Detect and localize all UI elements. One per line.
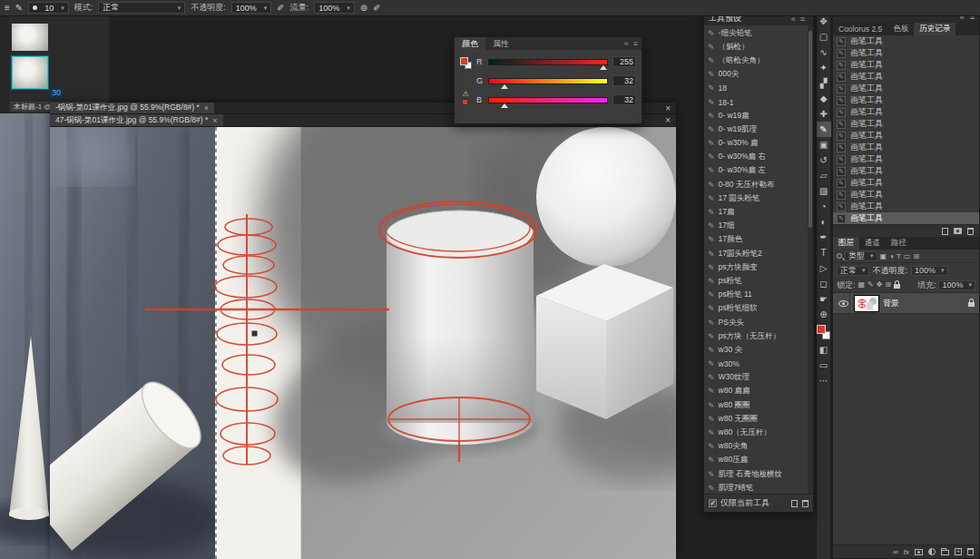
history-state-row[interactable]: 画笔工具: [833, 130, 979, 142]
tab-close-icon[interactable]: ×: [204, 103, 209, 113]
tab-close-icon[interactable]: ×: [212, 116, 217, 125]
quick-select-tool-icon[interactable]: ✦: [817, 60, 831, 75]
new-snapshot-icon[interactable]: [954, 228, 962, 234]
tool-preset-item[interactable]: （暗枪尖角）: [704, 54, 813, 67]
crop-tool-icon[interactable]: ▞: [817, 75, 831, 91]
history-state-row[interactable]: 画笔工具: [833, 153, 979, 165]
fill-select[interactable]: 100%: [938, 280, 975, 290]
history-state-row[interactable]: 画笔工具: [833, 47, 979, 59]
tool-preset-item[interactable]: 肌理 石膏地板横纹: [704, 467, 813, 481]
smartobject-filter-icon[interactable]: ⊞: [913, 252, 919, 260]
app-menu-icon[interactable]: ≡: [5, 4, 10, 13]
history-state-row[interactable]: 画笔工具: [833, 94, 979, 106]
delete-preset-icon[interactable]: [802, 500, 808, 507]
eraser-tool-icon[interactable]: ▱: [817, 168, 831, 183]
red-slider[interactable]: [488, 59, 608, 65]
foreground-background-swatches[interactable]: [460, 57, 472, 69]
tool-preset-item[interactable]: 0- w30%扁 左: [704, 164, 813, 178]
zoom-tool-icon[interactable]: ⊕: [817, 307, 831, 322]
tool-preset-item[interactable]: 17圆头粉笔2: [704, 247, 813, 260]
layer-thumbnail[interactable]: [855, 296, 878, 311]
adjustment-filter-icon[interactable]: ◑: [889, 252, 894, 260]
toolbar-ellipsis-icon[interactable]: ⋯: [817, 373, 831, 388]
layer-lock-icon[interactable]: [968, 302, 975, 307]
visibility-toggle[interactable]: [838, 293, 850, 313]
tool-preset-item[interactable]: （躺枪）: [704, 40, 813, 54]
tool-preset-item[interactable]: 0-80 无压杆勒布: [704, 178, 813, 191]
gamut-warning-icon[interactable]: ⚠: [462, 91, 468, 98]
tool-preset-item[interactable]: 0- w30%扁 右: [704, 151, 813, 164]
dodge-tool-icon[interactable]: ◐: [817, 214, 831, 230]
pressure-opacity-icon[interactable]: ✐: [277, 4, 284, 13]
panel-menu-icon[interactable]: ≡: [633, 39, 638, 48]
lock-transparency-icon[interactable]: ▦: [858, 281, 866, 289]
delete-state-icon[interactable]: [967, 228, 974, 235]
pressure-size-icon[interactable]: ✐: [373, 4, 380, 13]
collapse-icon[interactable]: «: [624, 39, 629, 48]
canvas-artwork[interactable]: [50, 127, 676, 559]
tool-preset-item[interactable]: 0- w19扁: [704, 109, 813, 123]
history-state-row[interactable]: 画笔工具: [833, 142, 979, 153]
tool-preset-item[interactable]: 17 圆头粉笔: [704, 191, 813, 205]
type-filter-icon[interactable]: T: [897, 252, 901, 260]
new-layer-icon[interactable]: [955, 548, 962, 555]
adjustment-layer-icon[interactable]: [928, 548, 936, 555]
tool-preset-item[interactable]: ps方块（无压杆）: [704, 329, 813, 343]
tool-preset-item[interactable]: w80尖角: [704, 440, 813, 454]
blue-slider-thumb[interactable]: [501, 103, 508, 108]
delete-layer-icon[interactable]: [967, 548, 974, 555]
healing-tool-icon[interactable]: ✚: [817, 106, 831, 122]
brush-tool-icon[interactable]: ✎: [817, 122, 831, 137]
tool-preset-item[interactable]: w80 无圈圈: [704, 412, 813, 426]
window-close-icon[interactable]: ×: [660, 115, 676, 125]
scrollbar-thumb[interactable]: [808, 31, 812, 228]
link-layers-icon[interactable]: ∞: [893, 548, 898, 556]
blue-slider[interactable]: [488, 97, 608, 103]
green-slider-thumb[interactable]: [501, 84, 508, 89]
layer-style-icon[interactable]: fx: [904, 548, 909, 556]
tool-preset-item[interactable]: w80（无压杆）: [704, 426, 813, 439]
green-value-field[interactable]: 32: [612, 75, 636, 86]
clone-stamp-tool-icon[interactable]: ▣: [817, 137, 831, 152]
tool-preset-item[interactable]: 17颜色: [704, 233, 813, 247]
blend-mode-select[interactable]: 正常: [98, 2, 185, 14]
tool-preset-item[interactable]: 17扁: [704, 205, 813, 219]
shape-tool-icon[interactable]: ◻: [817, 276, 831, 291]
history-state-row[interactable]: 画笔工具: [833, 212, 979, 224]
tool-preset-item[interactable]: w80 圈圈: [704, 398, 813, 412]
lock-pixels-icon[interactable]: ✎: [867, 281, 874, 289]
history-state-row[interactable]: 画笔工具: [833, 189, 979, 201]
hand-tool-icon[interactable]: ☛: [817, 291, 831, 307]
lock-position-icon[interactable]: ✥: [877, 281, 883, 289]
history-brush-tool-icon[interactable]: ↺: [817, 152, 831, 168]
layer-blend-mode-select[interactable]: 正常: [837, 266, 869, 276]
red-value-field[interactable]: 255: [612, 56, 636, 67]
flow-select[interactable]: 100%: [314, 2, 355, 14]
history-state-row[interactable]: 画笔工具: [833, 201, 979, 212]
tool-preset-item[interactable]: 0- w30% 扁: [704, 137, 813, 151]
image-thumbnail-selected[interactable]: [12, 56, 48, 89]
marquee-tool-icon[interactable]: ▢: [817, 29, 831, 44]
lock-artboard-icon[interactable]: ⊞: [885, 281, 891, 289]
tab-color[interactable]: 颜色: [455, 37, 485, 50]
history-state-row[interactable]: 画笔工具: [833, 177, 979, 189]
layer-opacity-select[interactable]: 100%: [911, 266, 948, 276]
image-thumbnail[interactable]: [12, 24, 48, 51]
history-state-row[interactable]: 画笔工具: [833, 106, 979, 118]
tool-preset-item[interactable]: PS尖头: [704, 316, 813, 329]
pixel-filter-icon[interactable]: ▣: [880, 252, 887, 260]
history-state-row[interactable]: 画笔工具: [833, 83, 979, 94]
type-tool-icon[interactable]: T: [817, 245, 831, 260]
lasso-tool-icon[interactable]: ∿: [817, 44, 831, 60]
history-state-row[interactable]: 画笔工具: [833, 71, 979, 83]
tool-preset-item[interactable]: -细尖铅笔: [704, 26, 813, 40]
color-swatches[interactable]: [817, 325, 830, 339]
tool-preset-item[interactable]: 17细: [704, 220, 813, 233]
tab-swatches[interactable]: 色板: [887, 23, 914, 35]
tab-channels[interactable]: 通道: [859, 237, 886, 250]
canvas[interactable]: [50, 127, 676, 559]
tool-preset-item[interactable]: 0- w19肌理: [704, 123, 813, 136]
red-slider-thumb[interactable]: [600, 65, 607, 70]
history-state-row[interactable]: 画笔工具: [833, 35, 979, 47]
tool-preset-item[interactable]: 000尖: [704, 68, 813, 82]
